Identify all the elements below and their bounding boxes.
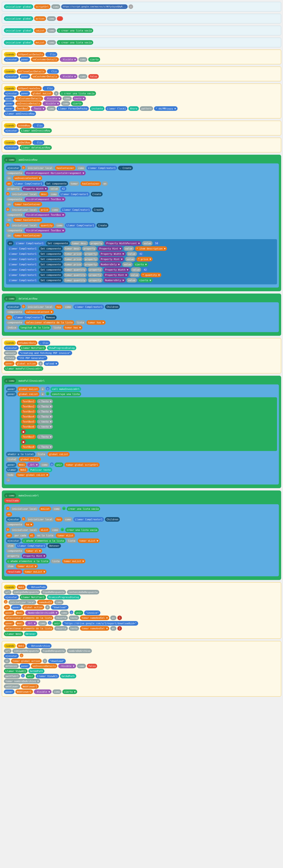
longitud-lista[interactable]: longitud de la lista [19, 325, 51, 330]
sel-elem-lista2[interactable]: seleccionar elemento de la lista [4, 616, 54, 620]
val-invoice-content-del[interactable]: vaInvoiceContent ▼ [25, 310, 54, 314]
global-colist-ref2[interactable]: tomar global coList ▼ [16, 472, 49, 477]
prop-width3[interactable]: Property Width ▼ [104, 268, 130, 272]
web1-ref[interactable]: Web1 [17, 462, 26, 467]
web1-ref3[interactable]: Web1 [15, 611, 24, 615]
val-css-pdf[interactable]: "CSS PDF Generator" [17, 356, 47, 360]
set-comp[interactable]: Set componente [45, 181, 68, 186]
var-action[interactable]: action [34, 16, 46, 21]
prop-visible-3[interactable]: .Visible ▼ [44, 96, 62, 101]
val-50[interactable]: 50 [153, 241, 160, 246]
prop-visible-5[interactable]: .Visible ▼ [58, 664, 76, 668]
global-action-set[interactable]: global action [15, 361, 37, 366]
set-comp5[interactable]: Set componente [39, 257, 63, 261]
circle-empty-elist[interactable]: ○ [61, 528, 64, 531]
comp-bt-open-create[interactable]: btOpenCreateInv [17, 86, 42, 91]
val-download[interactable]: "download" [51, 605, 69, 610]
llamar-cc1-set7[interactable]: Llamar CompCreator1 [7, 273, 38, 277]
prop-numbers-only[interactable]: NumbersOnly ▼ [99, 262, 121, 267]
set-comp7[interactable]: Set componente [39, 268, 63, 272]
value-script-url[interactable]: https://script.google.com/macros/s/AKfyc… [61, 4, 128, 9]
comp-web1-file[interactable]: Web1 [17, 644, 26, 648]
component-bt-close[interactable]: btCloseCustDetails [17, 69, 46, 74]
prop-width[interactable]: Property Width ▼ [22, 186, 48, 191]
val-42-3[interactable]: 42 [142, 268, 148, 272]
global-action-file[interactable]: tomar global action [11, 659, 42, 663]
event-clic[interactable]: . Clic [45, 52, 57, 57]
llamar-cc1-create-desc[interactable]: Llamar CompCreator1 [59, 192, 90, 196]
llamar-cc1-del[interactable]: Llamar CompCreator1 [73, 305, 104, 309]
getadpath-kw[interactable]: GetAdPath [28, 669, 45, 673]
global-colist-set[interactable]: global coList [17, 392, 39, 396]
val-42-2[interactable]: 42 [138, 252, 144, 256]
prop-hint2[interactable]: Property Hint ▼ [99, 257, 124, 261]
comp-valinvoice[interactable]: vaInvoiceDetails [15, 101, 42, 106]
event-clic-2[interactable]: . Clic [47, 69, 59, 74]
create-kw[interactable]: Create [91, 192, 103, 196]
circle-init-mvlist[interactable]: ○ [6, 506, 10, 510]
valinvoice-ref[interactable]: vaInvoiceDetails [31, 664, 57, 668]
tomar-elist2[interactable]: tomar eList ▼ [78, 538, 100, 543]
tomar-has2[interactable]: tomar has ▼ [63, 325, 82, 330]
create-price[interactable]: Create [92, 208, 104, 212]
val-cierto-3[interactable]: cierto ▼ [134, 262, 148, 267]
webviewer-ref2[interactable]: WebViewer1 [15, 689, 33, 694]
var-el[interactable]: el [29, 533, 35, 538]
web1-ref4[interactable]: Web1 [15, 621, 24, 626]
event-clic-4[interactable]: . Clic [33, 123, 44, 128]
val-visible-component[interactable]: VisibleComponent HorizontalArrangement ▼ [25, 171, 86, 175]
val-has-container[interactable]: tomar hasContainer [13, 202, 42, 207]
value-action-circle[interactable]: 🔴 [57, 16, 63, 21]
prop-visible-4[interactable]: .Visible ▼ [43, 101, 60, 106]
circle-join2[interactable]: ○ [70, 611, 73, 614]
web1-ref2[interactable]: Web1 [19, 467, 28, 472]
value-crear-lista-vacia[interactable]: ○ crear una lista vacía [57, 28, 93, 33]
circle-join[interactable]: ○ [50, 462, 54, 466]
webviewer-ref[interactable]: WebViewer1 [21, 684, 39, 689]
children-kw2[interactable]: Children [105, 517, 120, 522]
getadpath-kw2[interactable]: GetAdPath [60, 674, 76, 678]
val-textbox[interactable]: VisibleComponent TextBox ▼ [25, 197, 65, 202]
tb3[interactable]: TextBox3 [21, 409, 36, 414]
prop-nombre[interactable]: .NombreDelArchivoDR ▼ [25, 611, 59, 615]
var-has[interactable]: hasContainer [80, 181, 101, 186]
tomar-name-and-id2[interactable]: tomar nameAndSel ▼ [80, 626, 109, 631]
comp-bt-del-row[interactable]: btDelRow [17, 140, 32, 145]
set-comp6[interactable]: Set componente [39, 262, 63, 267]
comp-web1[interactable]: Web1 [17, 585, 26, 589]
delete-btn[interactable]: ✕ [129, 4, 133, 9]
var-has-invoice[interactable]: has [55, 517, 63, 522]
val-creating[interactable]: "creating and fetching PDF invoice" [18, 351, 72, 355]
comp-textbox7[interactable]: TextBox7 [15, 106, 30, 111]
tomar-mvlist3[interactable]: tomar mvList ▼ [23, 569, 47, 574]
prop-hint3[interactable]: Property Hint ▼ [104, 273, 129, 277]
val-item-desc[interactable]: * item description ▼ [135, 246, 167, 251]
comp-bt-submit[interactable]: btSubmitData [17, 341, 37, 345]
circle-build-list[interactable]: ○ [46, 392, 49, 396]
comp-create[interactable]: . Create [118, 166, 133, 170]
circle-call[interactable]: ○ [46, 387, 49, 391]
tb7[interactable]: TextBox7 [21, 434, 36, 439]
llamar-make-full[interactable]: Llamar makeFullInvoiceUrl [4, 366, 43, 371]
comp-bt-add-row[interactable]: btAddRow [17, 123, 32, 128]
tomar-name-and-id[interactable]: tomar nameAndSel ▼ [80, 616, 109, 620]
circle-join3[interactable]: ○ [48, 621, 51, 625]
val-upload[interactable]: upload ▼ [44, 361, 59, 366]
global-mvlist-set[interactable]: global mvList [17, 387, 39, 391]
llamar-cc1[interactable]: Llamar CompCreator1 [13, 181, 44, 186]
llamar-cc1-set2[interactable]: Llamar CompCreator1 [7, 246, 38, 251]
llamar-cc1-del2[interactable]: Llamar CompCreator1 [13, 315, 44, 320]
create-qty[interactable]: Create [97, 223, 108, 228]
llamar-comp-creator1[interactable]: Llamar CompCreator1 [86, 166, 117, 170]
llamar-notifier2[interactable]: Llamar Notifier1 [20, 595, 46, 599]
var-has-del[interactable]: has [55, 305, 63, 309]
circle-empty-list[interactable]: ○ [62, 506, 66, 510]
prop-width2[interactable]: Property Width ▼ [99, 252, 126, 256]
tomar-mvlist2[interactable]: tomar mvList ▼ [62, 559, 86, 563]
llamar-cc1-set[interactable]: Llamar CompCreator1 [14, 241, 45, 246]
set-comp4[interactable]: Set componente [39, 252, 63, 256]
event-clic-3[interactable]: . Clic [43, 86, 55, 91]
prop-hint-item[interactable]: Property Hint ▼ [22, 554, 47, 558]
tomar-has[interactable]: tomar has ▼ [86, 320, 106, 325]
circle-btn-3[interactable]: ○ [6, 208, 10, 211]
